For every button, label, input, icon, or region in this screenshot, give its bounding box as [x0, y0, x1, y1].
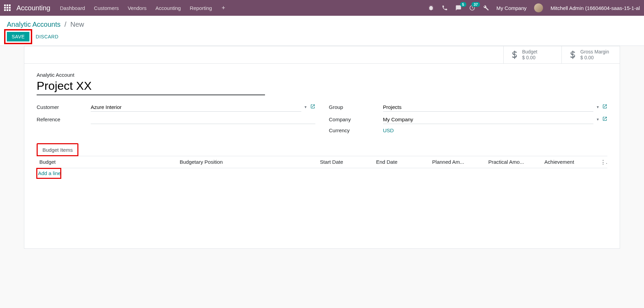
currency-label: Currency — [329, 127, 380, 133]
col-planned-amount[interactable]: Planned Am... — [429, 159, 485, 165]
avatar[interactable] — [534, 3, 543, 12]
company-label: Company — [329, 116, 380, 122]
dollar-icon — [568, 50, 577, 59]
stat-margin-value: $ 0.00 — [580, 55, 609, 61]
tools-icon[interactable] — [483, 5, 489, 11]
stat-budget-label: Budget — [522, 49, 537, 55]
messages-icon[interactable]: 5 — [455, 5, 462, 11]
activities-icon[interactable]: 37 — [469, 5, 475, 11]
group-input[interactable] — [383, 103, 594, 112]
title-label: Analytic Account — [37, 72, 607, 78]
debug-icon[interactable] — [428, 5, 434, 11]
nav-accounting[interactable]: Accounting — [155, 5, 181, 11]
nav-right: 5 37 My Company Mitchell Admin (16604604… — [428, 3, 640, 12]
external-link-icon[interactable] — [602, 116, 607, 123]
field-grid: Customer ▼ Group ▼ Refer — [37, 103, 607, 133]
stat-margin-label: Gross Margin — [580, 49, 609, 55]
chevron-down-icon[interactable]: ▼ — [304, 105, 307, 109]
nav-dashboard[interactable]: Dashboard — [60, 5, 85, 11]
col-practical-amount[interactable]: Practical Amo... — [485, 159, 542, 165]
col-budget[interactable]: Budget — [37, 159, 177, 165]
sheet-wrapper: Budget $ 0.00 Gross Margin $ 0.00 Analyt… — [0, 46, 644, 249]
activities-badge: 37 — [471, 2, 480, 7]
reference-input[interactable] — [91, 115, 315, 124]
dollar-icon — [510, 50, 519, 59]
col-achievement[interactable]: Achievement — [542, 159, 598, 165]
add-line-wrap: Add a line — [37, 168, 61, 178]
discard-button[interactable]: DISCARD — [36, 34, 59, 39]
app-brand: Accounting — [16, 4, 50, 12]
breadcrumb: Analytic Accounts / New — [7, 21, 637, 28]
tab-budget-items[interactable]: Budget Items — [37, 143, 78, 156]
apps-icon[interactable] — [4, 4, 11, 11]
group-label: Group — [329, 104, 380, 110]
action-buttons: SAVE DISCARD — [7, 32, 637, 41]
nav-customers[interactable]: Customers — [94, 5, 119, 11]
stat-margin[interactable]: Gross Margin $ 0.00 — [561, 46, 620, 63]
breadcrumb-current: New — [70, 21, 84, 28]
external-link-icon[interactable] — [602, 104, 607, 110]
currency-field: Currency USD — [329, 127, 608, 133]
table-header: Budget Budgetary Position Start Date End… — [37, 156, 607, 168]
stat-budget[interactable]: Budget $ 0.00 — [503, 46, 561, 63]
col-end-date[interactable]: End Date — [373, 159, 429, 165]
company-field: Company ▼ — [329, 115, 608, 124]
top-nav: Accounting Dashboard Customers Vendors A… — [0, 0, 644, 16]
breadcrumb-sep: / — [64, 21, 66, 28]
nav-links: Dashboard Customers Vendors Accounting R… — [60, 5, 212, 11]
chevron-down-icon[interactable]: ▼ — [596, 118, 599, 121]
nav-vendors[interactable]: Vendors — [128, 5, 147, 11]
form-sheet: Budget $ 0.00 Gross Margin $ 0.00 Analyt… — [24, 46, 620, 249]
col-budgetary-position[interactable]: Budgetary Position — [177, 159, 317, 165]
currency-value[interactable]: USD — [383, 127, 394, 133]
user-menu[interactable]: Mitchell Admin (16604604-saas-15-1-al — [551, 5, 640, 11]
form-body: Analytic Account Customer ▼ Group ▼ — [24, 64, 620, 248]
control-bar: Analytic Accounts / New SAVE DISCARD — [0, 16, 644, 46]
chevron-down-icon[interactable]: ▼ — [596, 105, 599, 109]
customer-field: Customer ▼ — [37, 103, 315, 112]
new-menu-icon[interactable]: + — [222, 4, 225, 12]
stat-bar: Budget $ 0.00 Gross Margin $ 0.00 — [24, 46, 620, 64]
group-field: Group ▼ — [329, 103, 608, 112]
analytic-account-name-input[interactable] — [37, 78, 265, 95]
stat-budget-value: $ 0.00 — [522, 55, 537, 61]
reference-field: Reference — [37, 115, 315, 124]
table-body-empty — [37, 178, 607, 240]
company-input[interactable] — [383, 115, 594, 124]
external-link-icon[interactable] — [310, 104, 315, 110]
add-line-button[interactable]: Add a line — [38, 170, 61, 176]
tab-header: Budget Items — [37, 143, 607, 156]
col-start-date[interactable]: Start Date — [317, 159, 374, 165]
nav-reporting[interactable]: Reporting — [190, 5, 212, 11]
save-button[interactable]: SAVE — [7, 32, 29, 41]
reference-label: Reference — [37, 116, 88, 122]
customer-input[interactable] — [91, 103, 301, 112]
phone-icon[interactable] — [442, 5, 448, 11]
breadcrumb-parent[interactable]: Analytic Accounts — [7, 21, 61, 28]
messages-badge: 5 — [460, 2, 466, 7]
company-switcher[interactable]: My Company — [496, 5, 527, 11]
customer-label: Customer — [37, 104, 88, 110]
columns-menu-icon[interactable]: ⋮ — [598, 159, 607, 165]
tabs: Budget Items Budget Budgetary Position S… — [37, 143, 607, 240]
